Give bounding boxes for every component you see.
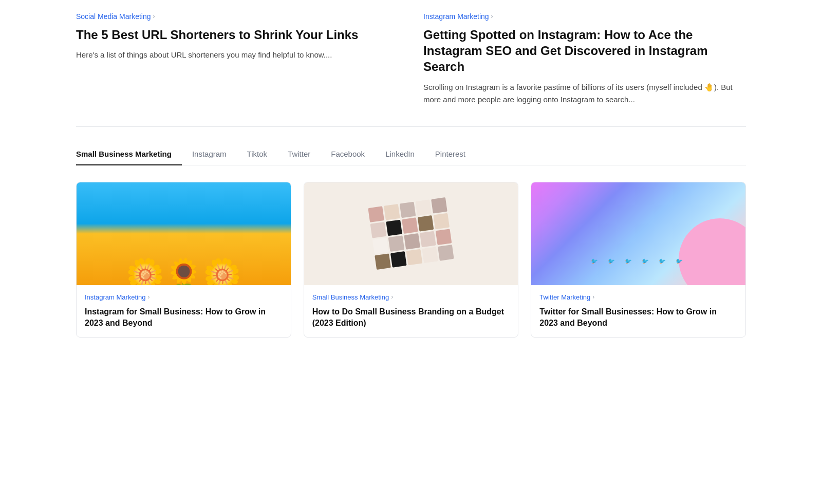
card-3-category[interactable]: Twitter Marketing › bbox=[539, 293, 737, 301]
top-articles-grid: Social Media Marketing › The 5 Best URL … bbox=[76, 12, 746, 122]
card-2[interactable]: Small Business Marketing › How to Do Sma… bbox=[304, 182, 519, 338]
tabs-bar: Small Business Marketing Instagram Tikto… bbox=[76, 143, 746, 165]
card-2-image bbox=[304, 182, 518, 285]
card-3[interactable]: 🐦 🐦 🐦 🐦 🐦 🐦 Twitter Marketing › Twitter … bbox=[531, 182, 746, 338]
card-3-image: 🐦 🐦 🐦 🐦 🐦 🐦 bbox=[531, 182, 745, 285]
card-3-chevron: › bbox=[592, 293, 594, 301]
card-1-category[interactable]: Instagram Marketing › bbox=[85, 293, 283, 301]
article-2-category[interactable]: Instagram Marketing › bbox=[423, 12, 746, 21]
tab-small-business-marketing[interactable]: Small Business Marketing bbox=[76, 143, 182, 165]
card-1[interactable]: 🌼🌻🌼 Instagram Marketing › Instagram for … bbox=[76, 182, 291, 338]
page-wrapper: Social Media Marketing › The 5 Best URL … bbox=[51, 0, 771, 350]
chevron-icon-2: › bbox=[491, 13, 493, 20]
moodboard-illustration bbox=[368, 197, 454, 270]
tabs-section: Small Business Marketing Instagram Tikto… bbox=[76, 143, 746, 165]
card-3-title: Twitter for Small Businesses: How to Gro… bbox=[539, 306, 737, 329]
card-3-category-link[interactable]: Twitter Marketing bbox=[539, 293, 590, 301]
cards-grid: 🌼🌻🌼 Instagram Marketing › Instagram for … bbox=[76, 182, 746, 338]
article-1-category-link[interactable]: Social Media Marketing bbox=[76, 12, 151, 21]
article-1-excerpt: Here's a list of things about URL shorte… bbox=[76, 49, 399, 61]
tab-linkedin[interactable]: LinkedIn bbox=[375, 143, 425, 165]
card-1-chevron: › bbox=[148, 293, 150, 301]
card-2-category[interactable]: Small Business Marketing › bbox=[312, 293, 510, 301]
article-1-title[interactable]: The 5 Best URL Shorteners to Shrink Your… bbox=[76, 27, 399, 43]
card-1-category-link[interactable]: Instagram Marketing bbox=[85, 293, 146, 301]
top-article-2: Instagram Marketing › Getting Spotted on… bbox=[423, 12, 746, 106]
section-divider bbox=[76, 126, 746, 127]
card-2-chevron: › bbox=[391, 293, 393, 301]
chevron-icon-1: › bbox=[153, 13, 155, 20]
card-1-title: Instagram for Small Business: How to Gro… bbox=[85, 306, 283, 329]
tab-instagram[interactable]: Instagram bbox=[182, 143, 237, 165]
card-2-body: Small Business Marketing › How to Do Sma… bbox=[304, 285, 518, 338]
flower-illustration: 🌼🌻🌼 bbox=[126, 259, 241, 285]
top-article-1: Social Media Marketing › The 5 Best URL … bbox=[76, 12, 399, 106]
article-2-excerpt: Scrolling on Instagram is a favorite pas… bbox=[423, 81, 746, 106]
bird-silhouettes: 🐦 🐦 🐦 🐦 🐦 🐦 bbox=[590, 258, 686, 265]
tab-twitter[interactable]: Twitter bbox=[277, 143, 321, 165]
article-2-category-link[interactable]: Instagram Marketing bbox=[423, 12, 489, 21]
tab-pinterest[interactable]: Pinterest bbox=[425, 143, 476, 165]
card-2-title: How to Do Small Business Branding on a B… bbox=[312, 306, 510, 329]
card-3-body: Twitter Marketing › Twitter for Small Bu… bbox=[531, 285, 745, 338]
card-1-image: 🌼🌻🌼 bbox=[77, 182, 291, 285]
article-2-title[interactable]: Getting Spotted on Instagram: How to Ace… bbox=[423, 27, 746, 75]
tab-tiktok[interactable]: Tiktok bbox=[237, 143, 277, 165]
article-1-category[interactable]: Social Media Marketing › bbox=[76, 12, 399, 21]
tab-facebook[interactable]: Facebook bbox=[321, 143, 375, 165]
card-1-body: Instagram Marketing › Instagram for Smal… bbox=[77, 285, 291, 338]
card-2-category-link[interactable]: Small Business Marketing bbox=[312, 293, 389, 301]
